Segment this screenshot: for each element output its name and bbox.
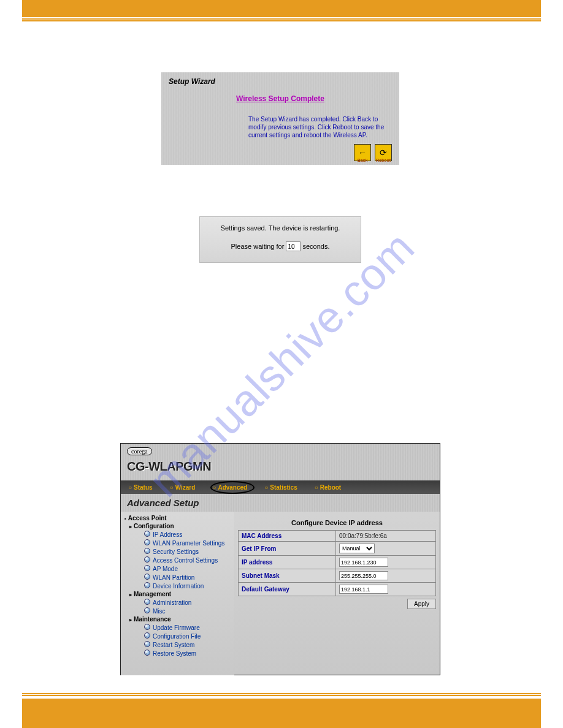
subnet-input[interactable] xyxy=(339,571,388,580)
nav-bar: ○Status ○Wizard ○Advanced ○Statistics ○R… xyxy=(121,480,440,494)
tree-root[interactable]: Access Point xyxy=(124,514,234,522)
wizard-panel: Setup Wizard Wireless Setup Complete The… xyxy=(161,72,399,165)
tree-item-administration[interactable]: Administration xyxy=(124,598,234,607)
advanced-body: Access Point Configuration IP Address WL… xyxy=(121,512,440,675)
tree-item-misc[interactable]: Misc xyxy=(124,607,234,615)
nav-status[interactable]: ○Status xyxy=(128,484,153,491)
brand-logo: corega xyxy=(127,447,152,455)
tree-item-wlan-parameter[interactable]: WLAN Parameter Settings xyxy=(124,539,234,547)
sidebar-tree: Access Point Configuration IP Address WL… xyxy=(121,512,234,675)
ip-input[interactable] xyxy=(339,558,388,567)
advanced-setup-screenshot: corega CG-WLAPGMN ○Status ○Wizard ○Advan… xyxy=(120,443,440,675)
reboot-icon: ⟳ xyxy=(380,148,387,157)
reboot-button[interactable]: ⟳ Reboot xyxy=(375,144,392,161)
back-arrow-icon: ← xyxy=(358,148,367,157)
tree-item-update-firmware[interactable]: Update Firmware xyxy=(124,623,234,632)
mac-value: 00:0a:79:5b:fe:6a xyxy=(336,531,436,542)
tree-item-ip-address[interactable]: IP Address xyxy=(124,530,234,539)
restart-dialog: Settings saved. The device is restarting… xyxy=(199,216,361,263)
back-button-label: Back xyxy=(358,158,368,162)
bottom-rule xyxy=(22,693,541,696)
tree-group-maintenance[interactable]: Maintenance xyxy=(124,615,234,623)
reboot-button-label: Reboot xyxy=(376,158,391,162)
tree-item-restart-system[interactable]: Restart System xyxy=(124,640,234,649)
top-banner xyxy=(22,0,541,17)
wizard-button-row: ← Back ⟳ Reboot xyxy=(354,144,392,161)
restart-line-1: Settings saved. The device is restarting… xyxy=(200,224,361,232)
wizard-text: The Setup Wizard has completed. Click Ba… xyxy=(248,115,387,139)
top-rule xyxy=(22,18,541,21)
tree-item-ap-mode[interactable]: AP Mode xyxy=(124,564,234,573)
getip-select[interactable]: Manual xyxy=(339,544,375,553)
form-title: Configure Device IP address xyxy=(238,515,436,530)
apply-button[interactable]: Apply xyxy=(407,599,436,609)
nav-advanced[interactable]: ○Advanced xyxy=(212,484,247,491)
tree-item-config-file[interactable]: Configuration File xyxy=(124,632,234,640)
back-button[interactable]: ← Back xyxy=(354,144,371,161)
subnet-label: Subnet Mask xyxy=(239,569,336,583)
tree-item-access-control[interactable]: Access Control Settings xyxy=(124,556,234,564)
countdown-input xyxy=(286,241,301,251)
nav-wizard[interactable]: ○Wizard xyxy=(170,484,196,491)
tree-group-management[interactable]: Management xyxy=(124,590,234,598)
ip-config-table: MAC Address 00:0a:79:5b:fe:6a Get IP Fro… xyxy=(238,530,436,596)
tree-item-device-info[interactable]: Device Information xyxy=(124,582,234,590)
tree-group-configuration[interactable]: Configuration xyxy=(124,522,234,530)
getip-label: Get IP From xyxy=(239,542,336,556)
ip-label: IP address xyxy=(239,556,336,569)
advanced-header: corega CG-WLAPGMN xyxy=(121,444,440,480)
form-area: Configure Device IP address MAC Address … xyxy=(234,512,440,675)
restart-prefix: Please waiting for xyxy=(231,243,286,250)
advanced-subtitle: Advanced Setup xyxy=(121,494,440,512)
gateway-input[interactable] xyxy=(339,585,388,594)
wizard-heading: Wireless Setup Complete xyxy=(169,94,392,103)
gateway-label: Default Gateway xyxy=(239,583,336,596)
nav-statistics[interactable]: ○Statistics xyxy=(264,484,297,491)
tree-item-wlan-partition[interactable]: WLAN Partition xyxy=(124,573,234,582)
mac-label: MAC Address xyxy=(239,531,336,542)
bottom-banner xyxy=(22,699,541,728)
tree-item-restore-system[interactable]: Restore System xyxy=(124,649,234,658)
wizard-title: Setup Wizard xyxy=(169,77,392,86)
restart-line-2: Please waiting for seconds. xyxy=(200,241,361,251)
nav-reboot[interactable]: ○Reboot xyxy=(315,484,342,491)
model-name: CG-WLAPGMN xyxy=(127,460,211,474)
tree-item-security[interactable]: Security Settings xyxy=(124,547,234,556)
restart-suffix: seconds. xyxy=(301,243,329,250)
